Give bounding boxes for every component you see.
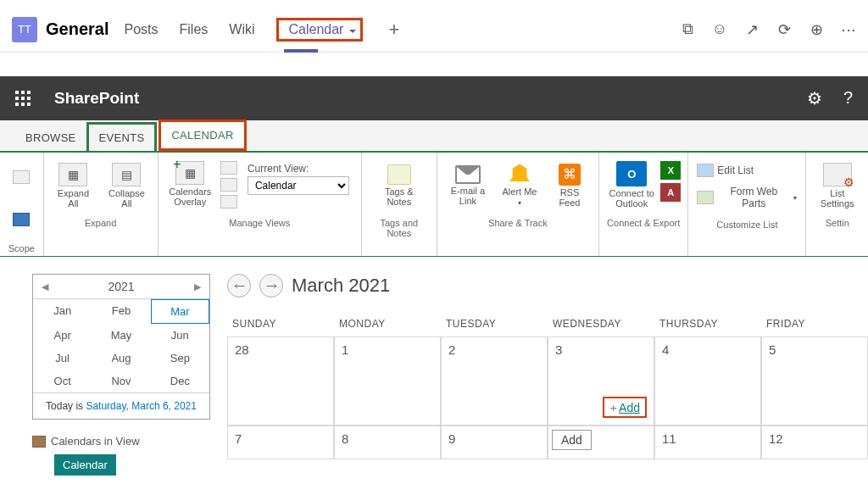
connect-export-group-label: Connect & Export (604, 215, 682, 231)
manage-views-group-label: Manage Views (164, 215, 356, 231)
globe-icon[interactable]: ⊕ (809, 22, 824, 37)
email-link-button[interactable]: E-mail a Link (442, 164, 493, 208)
add-tab-button[interactable]: + (388, 19, 399, 41)
ribbon-tabs: BROWSE EVENTS CALENDAR (0, 120, 868, 153)
tags-notes-group-label: Tags and Notes (367, 215, 431, 241)
outlook-icon: O (616, 161, 647, 186)
expand-icon[interactable]: ↗ (744, 22, 760, 37)
calendar-cell[interactable]: 5 (761, 336, 868, 425)
more-icon[interactable]: ⋯ (841, 22, 856, 37)
prev-month-button[interactable]: 🡐 (227, 274, 251, 298)
create-column-icon[interactable] (220, 195, 237, 209)
month-jun[interactable]: Jun (151, 324, 209, 347)
open-access-icon[interactable]: A (660, 183, 681, 202)
day-header: THURSDAY (654, 311, 761, 336)
month-dec[interactable]: Dec (151, 370, 209, 392)
tags-notes-button[interactable]: Tags & Notes (373, 163, 425, 209)
prev-year-button[interactable]: ◀ (42, 281, 48, 292)
tab-posts[interactable]: Posts (124, 19, 158, 41)
month-jul[interactable]: Jul (33, 347, 92, 370)
mini-calendar: ◀ 2021 ▶ JanFebMarAprMayJunJulAugSepOctN… (32, 274, 210, 420)
calendar-in-view-item[interactable]: Calendar (54, 454, 116, 476)
month-apr[interactable]: Apr (33, 324, 92, 347)
edit-list-button[interactable]: Edit List (697, 161, 797, 180)
form-web-parts-button[interactable]: Form Web Parts ▾ (697, 183, 797, 212)
active-tab-indicator (284, 49, 318, 53)
calendar-cell[interactable]: 9 (441, 425, 548, 459)
month-may[interactable]: May (92, 324, 150, 347)
calendar-cell[interactable]: 3+Add (548, 336, 654, 425)
day-header: MONDAY (334, 311, 441, 336)
month-oct[interactable]: Oct (33, 370, 92, 392)
customize-list-group-label: Customize List (693, 217, 800, 232)
share-track-group-label: Share & Track (442, 215, 593, 231)
expand-group-label: Expand (49, 215, 153, 231)
scope-week-icon[interactable] (13, 213, 30, 226)
refresh-icon[interactable]: ⟳ (776, 22, 792, 37)
edit-list-icon (697, 164, 714, 177)
mini-cal-year: 2021 (108, 280, 134, 293)
ribbon-tab-browse[interactable]: BROWSE (15, 125, 86, 151)
sharepoint-header: SharePoint ⚙ ? (0, 76, 868, 120)
pop-out-icon[interactable]: ⧉ (680, 22, 695, 37)
month-sep[interactable]: Sep (151, 347, 209, 370)
calendars-overlay-button[interactable]: +▦Calendars Overlay (165, 159, 215, 209)
sharepoint-title: SharePoint (54, 89, 139, 108)
settings-gear-icon[interactable]: ⚙ (807, 88, 822, 108)
add-event-link[interactable]: +Add (603, 397, 647, 418)
modify-view-icon[interactable] (220, 178, 237, 192)
month-title: March 2021 (292, 275, 390, 297)
bell-icon (509, 164, 530, 185)
tab-wiki[interactable]: Wiki (229, 19, 254, 41)
month-nov[interactable]: Nov (92, 370, 150, 392)
calendars-in-view-heading: Calendars in View (32, 431, 210, 451)
current-view-select[interactable]: Calendar (248, 176, 349, 195)
next-month-button[interactable]: 🡒 (259, 274, 283, 298)
scope-day-icon[interactable] (13, 170, 30, 184)
rss-feed-button[interactable]: ⌘RSS Feed (546, 162, 593, 209)
mail-icon (455, 165, 481, 184)
calendar-cell[interactable]: 2 (441, 336, 548, 425)
ribbon-tab-events[interactable]: EVENTS (86, 122, 158, 151)
month-feb[interactable]: Feb (92, 299, 150, 324)
expand-all-button[interactable]: ▦Expand All (49, 161, 98, 210)
today-link[interactable]: Saturday, March 6, 2021 (86, 400, 197, 412)
next-year-button[interactable]: ▶ (194, 281, 201, 292)
alert-me-button[interactable]: Alert Me ▾ (497, 163, 542, 209)
month-mar[interactable]: Mar (151, 299, 209, 324)
calendar-cell[interactable]: 4 (654, 336, 761, 425)
add-tooltip: Add (552, 430, 592, 450)
tab-files[interactable]: Files (180, 19, 209, 41)
day-header: TUESDAY (441, 311, 548, 336)
tab-calendar[interactable]: Calendar (276, 18, 364, 42)
chat-icon[interactable]: ☺ (712, 22, 727, 37)
month-aug[interactable]: Aug (92, 347, 150, 370)
day-header: SUNDAY (227, 311, 334, 336)
day-header: FRIDAY (761, 311, 868, 336)
month-jan[interactable]: Jan (33, 299, 92, 324)
calendar-cell[interactable]: 8 (334, 425, 441, 459)
day-header: WEDNESDAY (548, 311, 654, 336)
scope-group-label: Scope (5, 241, 38, 256)
app-launcher-icon[interactable] (15, 91, 31, 106)
connect-outlook-button[interactable]: OConnect to Outlook (606, 159, 657, 210)
calendar-cell[interactable]: 11 (654, 425, 761, 459)
current-view-label: Current View: (248, 163, 349, 175)
create-view-icon[interactable] (220, 161, 237, 175)
calendar-cell[interactable]: 12 (761, 425, 868, 459)
help-icon[interactable]: ? (843, 88, 853, 108)
list-settings-button[interactable]: List Settings (811, 161, 863, 210)
calendar-cell[interactable]: 28 (227, 336, 334, 425)
calendar-cell[interactable]: 7 (227, 425, 334, 459)
tag-icon (387, 164, 411, 185)
settings-group-label: Settin (811, 215, 863, 231)
team-avatar[interactable]: TT (12, 17, 37, 42)
teams-channel-header: TT General Posts Files Wiki Calendar + ⧉… (0, 0, 868, 53)
collapse-all-button[interactable]: ▤Collapse All (101, 161, 153, 210)
channel-name: General (46, 19, 108, 39)
export-excel-icon[interactable]: X (660, 161, 681, 180)
calendar-cell[interactable]: 1 (334, 336, 441, 425)
calendar-cell[interactable]: Add (548, 425, 654, 459)
ribbon-tab-calendar[interactable]: CALENDAR (159, 120, 246, 151)
form-parts-icon (697, 191, 714, 204)
